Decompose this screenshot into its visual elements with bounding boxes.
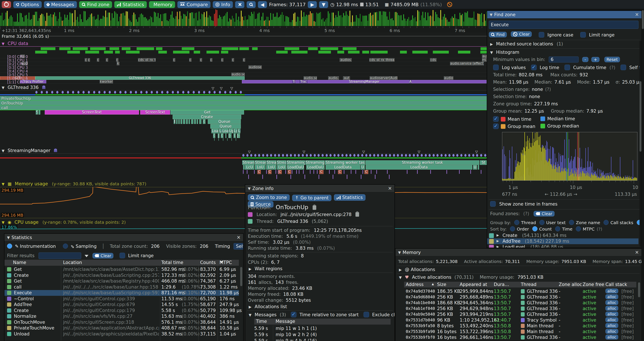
sample-dot[interactable] xyxy=(346,154,348,157)
cpu-zone[interactable]: A xyxy=(409,80,412,83)
frame-bar[interactable] xyxy=(222,19,222,26)
frame-bar[interactable] xyxy=(439,18,440,26)
sample-dot[interactable] xyxy=(140,91,142,94)
frame-bar[interactable] xyxy=(467,11,468,26)
sample-dot[interactable] xyxy=(41,91,43,94)
frame-bar[interactable] xyxy=(168,21,169,26)
sample-dot[interactable] xyxy=(425,154,427,157)
frame-bar[interactable] xyxy=(442,20,442,26)
cpu-zone[interactable]: c xyxy=(106,58,108,62)
timeline-zone[interactable]: ( xyxy=(203,119,206,124)
sample-dot[interactable] xyxy=(146,91,148,94)
frame-bar[interactable] xyxy=(402,20,403,26)
frame-bar[interactable] xyxy=(210,17,211,26)
frame-bar[interactable] xyxy=(46,13,47,26)
frame-bar[interactable] xyxy=(11,15,12,26)
frame-bar[interactable] xyxy=(172,11,172,26)
frame-bar[interactable] xyxy=(62,21,63,26)
frame-bar[interactable] xyxy=(435,12,436,26)
limit-range-checkbox[interactable] xyxy=(580,32,586,38)
frame-bar[interactable] xyxy=(422,12,423,26)
frame-bar[interactable] xyxy=(344,16,345,26)
frame-bar[interactable] xyxy=(371,16,372,26)
table-row[interactable]: 0x7531d7b04096 KB1:10 234,952,16112:40.7… xyxy=(404,317,636,323)
frame-bar[interactable] xyxy=(247,20,248,26)
show-zone-time-checkbox[interactable] xyxy=(490,201,496,207)
options-button[interactable]: Options xyxy=(13,1,42,8)
frame-bar[interactable] xyxy=(462,14,463,26)
frame-bar[interactable] xyxy=(312,13,313,26)
frame-bar[interactable] xyxy=(431,17,432,26)
self-time-checkbox[interactable] xyxy=(620,65,626,70)
sample-dot[interactable] xyxy=(219,91,221,94)
close-icon[interactable]: ✕ xyxy=(237,235,240,240)
frame-bar[interactable] xyxy=(154,12,155,26)
frame-bar[interactable] xyxy=(282,12,282,26)
frame-bar[interactable] xyxy=(216,10,217,26)
frame-bar[interactable] xyxy=(44,17,45,26)
cpu-zone[interactable]: k xyxy=(117,62,119,65)
sample-dot[interactable] xyxy=(246,154,248,157)
timeline-zone[interactable] xyxy=(226,134,226,138)
frame-bar[interactable] xyxy=(337,17,338,26)
frame-bar[interactable] xyxy=(378,21,378,26)
frame-bar[interactable] xyxy=(30,20,31,26)
frame-bar[interactable] xyxy=(160,14,161,26)
frame-bar[interactable] xyxy=(470,18,470,26)
frame-bar[interactable] xyxy=(39,18,40,26)
frame-bar[interactable] xyxy=(155,13,156,26)
cpu-zone[interactable]: audios xyxy=(340,58,352,62)
frame-bar[interactable] xyxy=(158,13,158,26)
frame-bar[interactable] xyxy=(232,16,233,26)
sample-dot[interactable] xyxy=(484,154,486,157)
sample-dot[interactable] xyxy=(98,91,100,94)
frame-bar[interactable] xyxy=(84,11,84,26)
frame-bar[interactable] xyxy=(196,13,197,26)
frame-bar[interactable] xyxy=(165,13,166,26)
frame-bar[interactable] xyxy=(28,13,30,26)
zone-row-call[interactable]: call xyxy=(0,105,487,110)
frame-bar[interactable] xyxy=(114,11,115,26)
frame-bar[interactable] xyxy=(162,21,162,26)
legend-checkbox[interactable] xyxy=(493,116,499,122)
frame-bar[interactable] xyxy=(151,17,152,26)
timeline-zone[interactable] xyxy=(194,119,196,124)
allocations-expander[interactable]: ▶ @ Allocations xyxy=(399,267,435,272)
frame-bar[interactable] xyxy=(482,22,483,26)
frame-bar[interactable] xyxy=(192,12,193,26)
sample-dot[interactable] xyxy=(109,91,111,94)
frame-bar[interactable] xyxy=(99,20,100,26)
sample-dot[interactable] xyxy=(369,154,371,157)
alloc-callstack-button[interactable]: alloc xyxy=(606,334,618,339)
frame-bar[interactable] xyxy=(8,19,9,26)
sample-dot[interactable] xyxy=(229,91,232,94)
sample-dot[interactable] xyxy=(240,91,242,94)
active-allocations-expander[interactable]: ▼ ♥ Active allocations (70,311) Memory u… xyxy=(399,275,544,280)
frame-bar[interactable] xyxy=(18,22,19,26)
frame-bar[interactable] xyxy=(306,15,307,26)
timeline-zone[interactable] xyxy=(197,119,198,124)
cpu-plot-header[interactable]: ▼ ◉ CPU usage (y-range: 0.78%, visible d… xyxy=(2,220,126,225)
frame-bar[interactable] xyxy=(212,20,212,26)
frame-bar[interactable] xyxy=(261,17,262,26)
frame-bar[interactable] xyxy=(68,20,69,26)
frame-bar[interactable] xyxy=(81,19,82,26)
timeline-zone[interactable]: Streaming xyxy=(306,160,324,165)
timeline-zone[interactable]: Create xyxy=(172,115,241,119)
timeline-zone[interactable]: ( xyxy=(234,134,236,138)
alloc-callstack-button[interactable]: alloc xyxy=(606,300,618,305)
sample-dot[interactable] xyxy=(278,154,280,157)
frame-bar[interactable] xyxy=(333,13,334,26)
cpu-zone[interactable]: audio. xyxy=(328,76,339,80)
frame-bar[interactable] xyxy=(392,18,392,26)
timeline-zone[interactable]: Up xyxy=(238,129,240,133)
memory-column-header[interactable]: Zone alloc xyxy=(559,282,582,287)
frame-bar[interactable] xyxy=(463,22,464,26)
frame-bar[interactable] xyxy=(130,21,130,26)
frame-bar[interactable] xyxy=(228,22,229,26)
frame-bar[interactable] xyxy=(220,17,221,26)
sample-dot[interactable] xyxy=(235,91,237,94)
sample-dot[interactable] xyxy=(397,154,399,157)
frame-bar[interactable] xyxy=(301,11,302,26)
frame-bar[interactable] xyxy=(401,15,402,26)
